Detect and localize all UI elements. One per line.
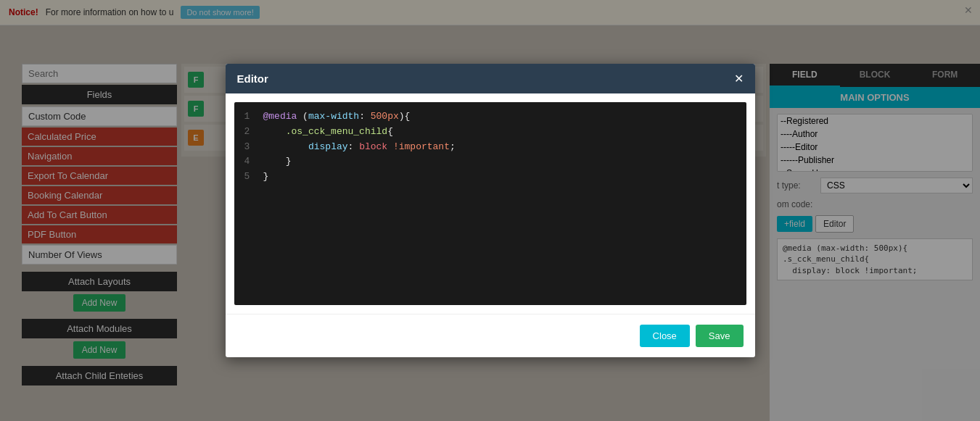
line-num-1: 1 xyxy=(244,109,255,125)
modal-overlay: Editor ✕ 1 @media (max-width: 500px){ 2 … xyxy=(0,0,980,421)
line-num-3: 3 xyxy=(244,140,255,155)
modal-header: Editor ✕ xyxy=(226,64,755,93)
code-line-4: 4 } xyxy=(244,154,736,170)
modal-title: Editor xyxy=(237,72,268,85)
code-token: display: block !important; xyxy=(263,140,456,155)
code-token: } xyxy=(263,154,292,170)
line-num-4: 4 xyxy=(244,154,255,170)
code-token: .os_cck_menu_child{ xyxy=(263,125,393,140)
code-token: @media (max-width: 500px){ xyxy=(263,109,411,125)
code-editor[interactable]: 1 @media (max-width: 500px){ 2 .os_cck_m… xyxy=(234,102,746,305)
code-line-3: 3 display: block !important; xyxy=(244,140,736,155)
modal-body: 1 @media (max-width: 500px){ 2 .os_cck_m… xyxy=(226,93,755,314)
editor-modal: Editor ✕ 1 @media (max-width: 500px){ 2 … xyxy=(226,64,755,357)
modal-save-button[interactable]: Save xyxy=(696,325,744,347)
code-line-1: 1 @media (max-width: 500px){ xyxy=(244,109,736,125)
modal-close-icon-button[interactable]: ✕ xyxy=(734,73,744,85)
line-num-5: 5 xyxy=(244,170,255,185)
modal-close-button[interactable]: Close xyxy=(640,325,690,347)
line-num-2: 2 xyxy=(244,125,255,140)
code-line-2: 2 .os_cck_menu_child{ xyxy=(244,125,736,140)
code-line-5: 5 } xyxy=(244,170,736,185)
code-token: } xyxy=(263,170,269,185)
modal-footer: Close Save xyxy=(226,314,755,357)
